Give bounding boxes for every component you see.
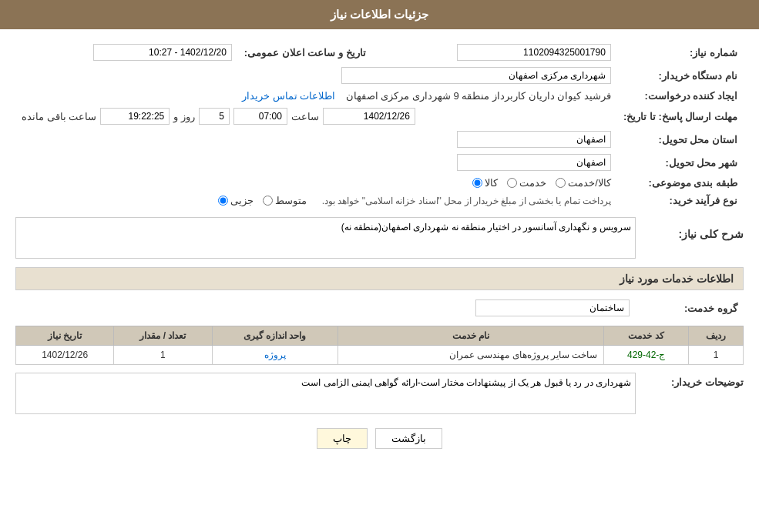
cell-service-name: ساخت سایر پروژه‌های مهندسی عمران [338,346,604,365]
purchase-partial-label: جزیی [230,195,254,206]
category-service-label: خدمت [519,177,546,189]
delivery-province-input [457,131,611,148]
buyer-org-label: نام دستگاه خریدار: [617,64,744,87]
purchase-medium-label: متوسط [275,195,307,206]
remaining-label: ساعت باقی مانده [22,111,96,122]
need-number-label: شماره نیاز: [617,41,744,64]
category-service-option: خدمت [507,177,546,189]
cell-quantity: 1 [114,346,212,365]
creator-text: فرشید کیوان داریان کاربرداز منطقه 9 شهرد… [346,90,611,102]
col-quantity: تعداد / مقدار [114,326,212,346]
delivery-city-label: شهر محل تحویل: [617,151,744,174]
category-goods-radio[interactable] [472,178,482,188]
page-title: جزئیات اطلاعات نیاز [331,8,428,21]
deadline-remaining-input [100,108,170,125]
category-goods-option: کالا [472,177,498,189]
category-goods-service-radio[interactable] [556,178,566,188]
cell-unit: پروژه [212,346,338,365]
service-group-label: گروه خدمت: [636,296,744,320]
services-info-title: اطلاعات خدمات مورد نیاز [15,267,744,290]
category-goods-service-option: کالا/خدمت [556,177,611,189]
category-goods-label: کالا [485,177,498,189]
purchase-medium-option: متوسط [263,195,307,206]
contact-link[interactable]: اطلاعات تماس خریدار [242,90,335,102]
need-description-textarea: سرویس و نگهداری آسانسور در اختیار منطقه … [15,217,636,259]
back-button[interactable]: بازگشت [375,428,442,449]
table-row: 1 ج-42-429 ساخت سایر پروژه‌های مهندسی عم… [16,346,744,365]
deadline-days-input [199,108,230,125]
col-unit: واحد اندازه گیری [212,326,338,346]
purchase-type-label: نوع فرآیند خرید: [617,192,744,209]
col-row-num: ردیف [688,326,743,346]
buyer-org-input [341,67,611,84]
cell-need-date: 1402/12/26 [16,346,114,365]
need-number-input [457,44,611,61]
col-service-name: نام خدمت [338,326,604,346]
services-table: ردیف کد خدمت نام خدمت واحد اندازه گیری ت… [15,326,744,365]
cell-service-code: ج-42-429 [604,346,689,365]
category-goods-service-label: کالا/خدمت [568,177,611,189]
button-bar: بازگشت چاپ [15,428,744,460]
delivery-province-label: استان محل تحویل: [617,128,744,151]
time-label: ساعت [291,111,319,122]
deadline-time-input [233,108,287,125]
buyer-notes-label: توضیحات خریدار: [643,373,744,388]
announce-datetime-input [93,44,232,61]
col-need-date: تاریخ نیاز [16,326,114,346]
service-group-input [475,299,630,316]
category-label: طبقه بندی موضوعی: [617,174,744,192]
purchase-medium-radio[interactable] [263,196,273,206]
buyer-notes-textarea: شهرداری در رد یا قبول هر یک از پیشنهادات… [15,373,636,414]
need-description-section-title: شرح کلی نیاز: [643,223,744,245]
purchase-partial-option: جزیی [218,195,254,206]
announce-datetime-label: تاریخ و ساعت اعلان عمومی: [238,41,372,64]
purchase-note: پرداخت تمام یا بخشی از مبلغ خریدار از مح… [322,196,611,206]
creator-label: ایجاد کننده درخواست: [617,87,744,105]
purchase-partial-radio[interactable] [218,196,228,206]
print-button[interactable]: چاپ [317,428,368,449]
cell-row-num: 1 [688,346,743,365]
days-label: روز و [173,111,195,122]
page-header: جزئیات اطلاعات نیاز [0,0,759,29]
deadline-date-input [323,108,415,125]
col-service-code: کد خدمت [604,326,689,346]
send-deadline-label: مهلت ارسال پاسخ: تا تاریخ: [617,105,744,128]
category-service-radio[interactable] [507,178,517,188]
delivery-city-input [457,154,611,171]
